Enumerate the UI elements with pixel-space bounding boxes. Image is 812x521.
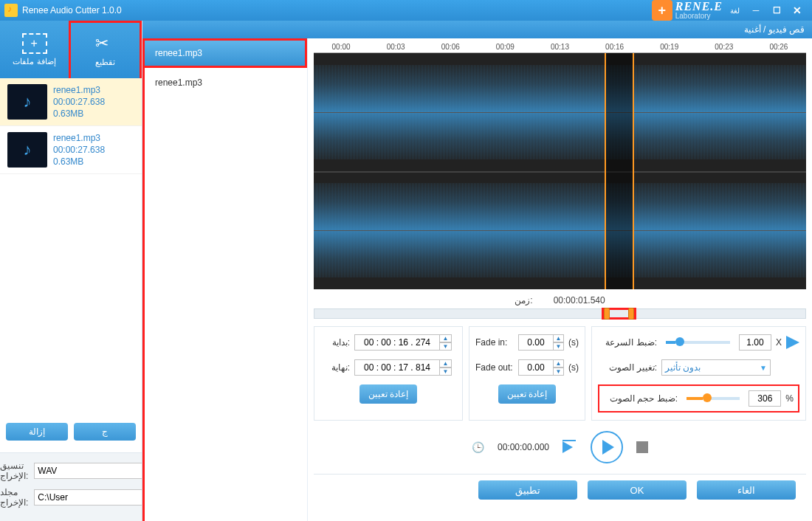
scrubber-selection[interactable] — [602, 308, 636, 320]
minimize-button[interactable]: ─ — [746, 3, 766, 18]
file-duration: 00:00:27.638 — [53, 145, 105, 155]
waveform-display[interactable] — [314, 53, 806, 289]
reset-fade-button[interactable]: إعادة تعيين — [498, 384, 556, 404]
sound-label: تغيير الصوت: — [598, 362, 657, 373]
other-button[interactable]: ج — [74, 423, 136, 441]
brand-name: RENE.E — [675, 1, 723, 13]
range-handle-right[interactable] — [628, 308, 634, 320]
scissors-icon: ✂ — [95, 34, 116, 55]
file-size: 0.63MB — [53, 108, 105, 119]
fade-unit: (s) — [568, 362, 579, 373]
add-file-icon — [22, 33, 47, 54]
cancel-button[interactable]: الغاء — [697, 480, 796, 500]
file-item[interactable]: ♪ renee1.mp3 00:00:27.638 0.63MB — [0, 78, 142, 126]
apply-button[interactable]: تطبيق — [478, 480, 577, 500]
volume-unit: % — [785, 393, 794, 404]
window-title: Renee Audio Cutter 1.0.0 — [22, 5, 122, 15]
add-files-button[interactable]: إضافة ملفات — [0, 21, 69, 78]
cut-button[interactable]: ✂ تقطيع — [69, 21, 142, 78]
file-item[interactable]: ♪ renee1.mp3 00:00:27.638 0.63MB — [0, 126, 142, 174]
close-button[interactable]: ✕ — [787, 3, 808, 18]
plus-icon: + — [652, 0, 672, 21]
time-ruler: 00:0000:0300:0600:0900:1300:1600:1900:23… — [314, 38, 806, 53]
maximize-button[interactable]: ☐ — [766, 3, 787, 18]
output-folder-field[interactable] — [34, 489, 152, 506]
spin-up-icon[interactable]: ▲ — [554, 359, 564, 368]
preview-play-icon[interactable] — [786, 336, 799, 349]
spin-up-icon[interactable]: ▲ — [440, 359, 452, 368]
range-handle-left[interactable] — [604, 308, 610, 320]
spin-up-icon[interactable]: ▲ — [554, 334, 564, 342]
brand-logo: + RENE.E Laboratory — [652, 0, 723, 21]
sound-effect-select[interactable]: بدون تأثير ▼ — [661, 359, 771, 376]
end-label: نهاية: — [320, 362, 350, 373]
output-format-field[interactable] — [34, 463, 152, 479]
clock-icon: 🕒 — [472, 441, 484, 453]
editor-file-item[interactable]: renee1.mp3 — [145, 68, 307, 97]
spin-up-icon[interactable]: ▲ — [440, 334, 452, 342]
speed-value-input[interactable] — [739, 334, 771, 351]
file-duration: 00:00:27.638 — [53, 97, 105, 107]
music-note-icon: ♪ — [7, 132, 47, 168]
file-size: 0.63MB — [53, 156, 105, 167]
app-icon — [4, 4, 18, 17]
sound-effect-value: بدون تأثير — [665, 362, 701, 373]
chevron-down-icon: ▼ — [760, 364, 767, 372]
goto-start-icon[interactable] — [562, 441, 577, 453]
fadein-label: Fade in: — [475, 337, 514, 348]
language-label[interactable]: لغة — [730, 7, 740, 15]
fadein-input[interactable] — [518, 334, 554, 351]
remove-button[interactable]: إزالة — [6, 423, 68, 441]
speed-slider[interactable] — [666, 341, 730, 344]
stop-button[interactable] — [636, 441, 648, 453]
end-time-input[interactable] — [354, 359, 440, 376]
start-label: بداية: — [320, 337, 350, 348]
scrubber-track[interactable] — [314, 308, 806, 319]
editor-title: قص فيديو / أغنية — [142, 21, 812, 38]
speed-label: ضبط السرعة: — [598, 337, 657, 348]
speed-unit: X — [776, 337, 782, 348]
output-folder-label: مجلد الإخراج: — [0, 487, 28, 508]
time-value: 00:00:01.540 — [554, 295, 605, 306]
playback-time: 00:00:00.000 — [498, 442, 549, 452]
file-name: renee1.mp3 — [53, 85, 105, 95]
music-note-icon: ♪ — [7, 84, 47, 120]
volume-label: ضبط حجم الصوت: — [604, 393, 678, 404]
fade-unit: (s) — [568, 337, 579, 348]
spin-down-icon[interactable]: ▼ — [554, 368, 564, 376]
brand-sub: Laboratory — [675, 13, 723, 20]
output-format-label: تنسيق الإخراج: — [0, 460, 28, 481]
fadeout-input[interactable] — [518, 359, 554, 376]
fadeout-label: Fade out: — [475, 362, 514, 373]
file-list: ♪ renee1.mp3 00:00:27.638 0.63MB ♪ renee… — [0, 78, 142, 417]
reset-range-button[interactable]: إعادة تعيين — [359, 384, 417, 404]
file-name: renee1.mp3 — [53, 133, 105, 143]
ok-button[interactable]: OK — [588, 480, 687, 500]
volume-slider[interactable] — [687, 397, 740, 400]
editor-file-list: renee1.mp3 renee1.mp3 — [142, 38, 308, 521]
volume-value-input[interactable] — [749, 390, 781, 407]
editor-file-item[interactable]: renee1.mp3 — [145, 38, 307, 68]
spin-down-icon[interactable]: ▼ — [440, 368, 452, 376]
start-time-input[interactable] — [354, 334, 440, 351]
spin-down-icon[interactable]: ▼ — [440, 342, 452, 351]
play-button[interactable] — [591, 431, 623, 463]
add-files-label: إضافة ملفات — [13, 57, 55, 66]
cut-label: تقطيع — [95, 58, 115, 67]
selection-range[interactable] — [605, 53, 634, 289]
time-label: زمن: — [515, 295, 532, 306]
spin-down-icon[interactable]: ▼ — [554, 342, 564, 351]
